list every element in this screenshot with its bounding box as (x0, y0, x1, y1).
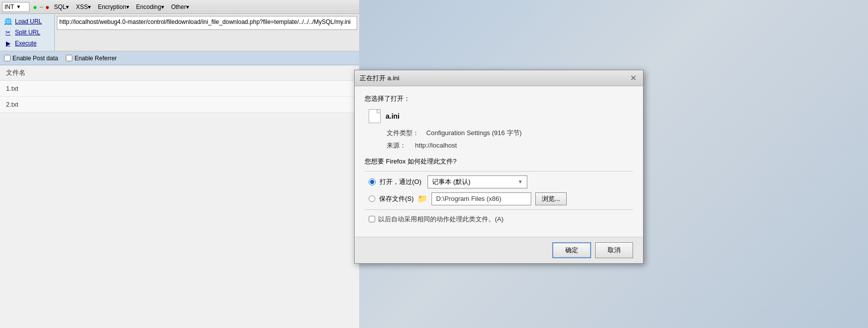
source-label: 来源： (387, 142, 406, 149)
file-meta-type: 文件类型： Configuration Settings (916 字节) (387, 128, 633, 139)
separator-2 (365, 209, 633, 210)
dialog-overlay: 正在打开 a.ini ✕ 您选择了打开： a.ini 文件类型： Configu… (0, 0, 868, 328)
file-type-value: Configuration Settings (916 字节) (426, 129, 521, 137)
dialog-titlebar: 正在打开 a.ini ✕ (355, 70, 643, 86)
dialog-body: 您选择了打开： a.ini 文件类型： Configuration Settin… (355, 86, 643, 237)
open-radio-row: 打开，通过(O) 记事本 (默认) ▼ (369, 175, 633, 188)
file-meta-source: 来源： http://localhost (387, 141, 633, 151)
auto-label[interactable]: 以后自动采用相同的动作处理此类文件。(A) (378, 215, 503, 224)
source-value: http://localhost (415, 142, 457, 149)
folder-icon: 📁 (418, 194, 428, 203)
firefox-dialog: 正在打开 a.ini ✕ 您选择了打开： a.ini 文件类型： Configu… (354, 70, 644, 264)
file-type-label: 文件类型： (387, 129, 419, 137)
save-path-display: D:\Program Files (x86) (432, 192, 531, 205)
file-name: a.ini (386, 112, 400, 120)
file-type-icon (369, 109, 381, 123)
open-app-dropdown[interactable]: 记事本 (默认) ▼ (428, 175, 527, 188)
dialog-footer: 确定 取消 (355, 237, 643, 263)
auto-checkbox-row: 以后自动采用相同的动作处理此类文件。(A) (369, 215, 633, 224)
dialog-title: 正在打开 a.ini (360, 74, 399, 83)
auto-checkbox[interactable] (369, 216, 375, 222)
cancel-button[interactable]: 取消 (595, 242, 633, 258)
ok-button[interactable]: 确定 (552, 242, 591, 258)
open-radio-label[interactable]: 打开，通过(O) (380, 177, 422, 186)
save-radio-row: 保存文件(S) 📁 D:\Program Files (x86) 浏览... (369, 192, 633, 205)
dialog-close-button[interactable]: ✕ (628, 73, 638, 83)
open-radio[interactable] (369, 178, 376, 185)
dialog-question: 您想要 Firefox 如何处理此文件? (365, 157, 633, 166)
dropdown-arrow-icon: ▼ (518, 179, 523, 184)
dialog-intro: 您选择了打开： (365, 94, 633, 103)
browse-button[interactable]: 浏览... (535, 192, 567, 205)
separator-1 (365, 171, 633, 171)
file-info-row: a.ini (369, 109, 633, 123)
save-radio[interactable] (369, 195, 375, 202)
open-app-label: 记事本 (默认) (432, 177, 470, 186)
save-radio-label[interactable]: 保存文件(S) (379, 194, 414, 203)
